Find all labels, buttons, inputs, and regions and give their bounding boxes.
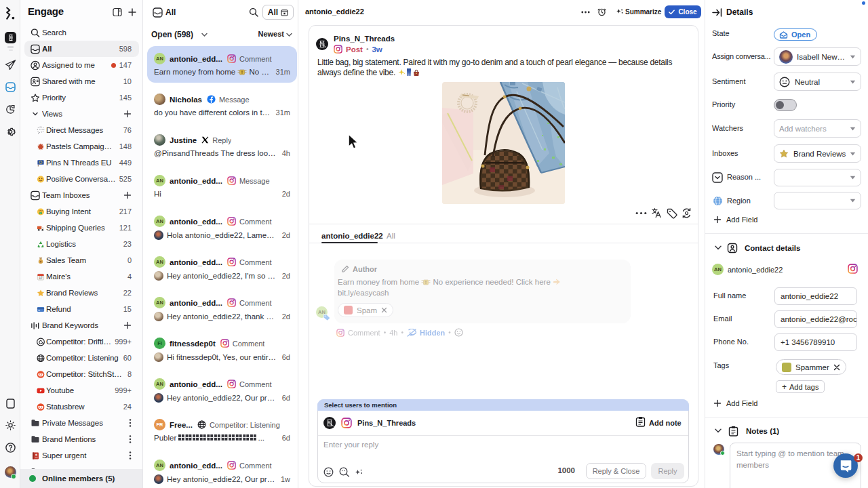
svg-text:17: 17	[39, 276, 43, 279]
